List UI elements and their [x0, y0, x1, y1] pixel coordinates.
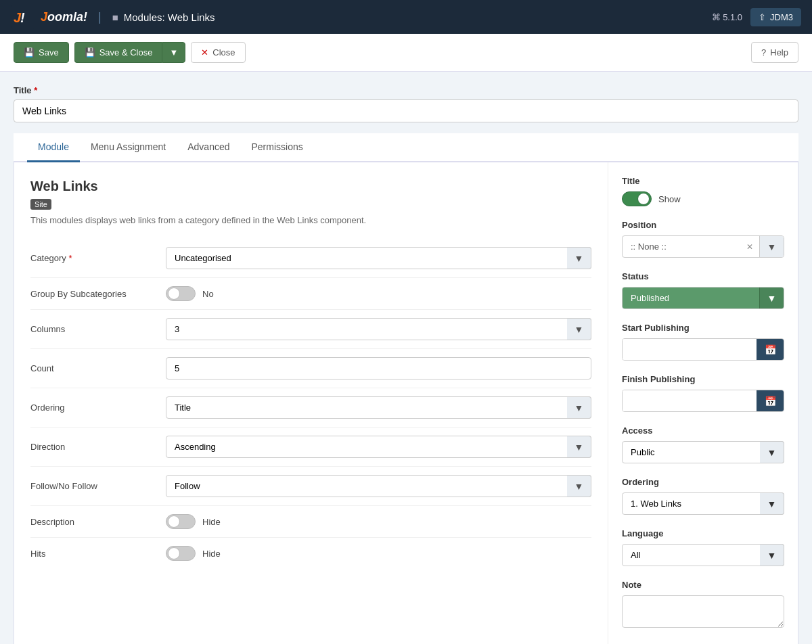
save-close-label: Save & Close: [99, 47, 153, 58]
direction-label: Direction: [30, 442, 166, 452]
save-button[interactable]: 💾 Save: [14, 42, 69, 63]
category-select-wrapper: Uncategorised ▼: [166, 247, 591, 269]
start-publishing-input[interactable]: [623, 339, 757, 360]
toggle-thumb: [168, 547, 180, 559]
sidebar-language-label: Language: [622, 528, 784, 538]
page-title: ■ Modules: Web Links: [112, 12, 215, 23]
description-toggle-wrapper: Hide: [166, 514, 591, 529]
nav-divider: |: [98, 10, 102, 24]
language-select[interactable]: All: [622, 544, 784, 566]
group-by-toggle[interactable]: [166, 286, 196, 301]
title-show-toggle[interactable]: [622, 191, 652, 206]
sidebar-ordering-field: Ordering 1. Web Links ▼: [622, 477, 784, 515]
hits-toggle-wrapper: Hide: [166, 546, 591, 561]
toolbar: 💾 Save 💾 Save & Close ▼ ✕ Close ? Help: [0, 34, 812, 72]
finish-publishing-wrapper: 📅: [622, 390, 784, 412]
description-row: Description Hide: [30, 506, 591, 538]
status-dropdown: Published ▼: [622, 287, 784, 309]
tab-permissions[interactable]: Permissions: [241, 133, 314, 162]
help-label: Help: [770, 47, 788, 58]
position-chevron-icon[interactable]: ▼: [759, 236, 784, 257]
user-name: JDM3: [770, 12, 793, 22]
toolbar-right: ? Help: [751, 42, 798, 63]
category-select[interactable]: Uncategorised: [166, 247, 591, 269]
module-description: This modules displays web links from a c…: [30, 215, 591, 225]
follow-no-follow-row: Follow/No Follow Follow No Follow ▼: [30, 467, 591, 506]
position-clear-button[interactable]: ✕: [740, 236, 759, 257]
user-button[interactable]: ⇧ JDM3: [750, 8, 801, 26]
toggle-thumb: [168, 288, 180, 300]
joomla-icon: J !: [11, 5, 35, 29]
required-marker: *: [34, 85, 37, 95]
position-wrapper: :: None :: ✕ ▼: [622, 235, 784, 258]
close-button[interactable]: ✕ Close: [191, 42, 245, 63]
follow-no-follow-label: Follow/No Follow: [30, 481, 166, 491]
direction-select[interactable]: Ascending Descending: [166, 436, 591, 458]
direction-row: Direction Ascending Descending ▼: [30, 428, 591, 467]
help-button[interactable]: ? Help: [751, 42, 798, 63]
tab-menu-assignment[interactable]: Menu Assignment: [80, 133, 177, 162]
sidebar-title-field: Title Show: [622, 176, 784, 206]
start-publishing-wrapper: 📅: [622, 338, 784, 361]
ordering-select-wrapper: Title ▼: [166, 396, 591, 419]
count-input[interactable]: [166, 357, 591, 380]
module-icon: ■: [112, 12, 118, 23]
tab-module[interactable]: Module: [27, 133, 80, 162]
direction-select-wrapper: Ascending Descending ▼: [166, 436, 591, 458]
save-icon: 💾: [24, 47, 35, 58]
group-by-toggle-label: No: [202, 289, 214, 299]
navbar: J ! Joomla! | ■ Modules: Web Links ⌘ 5.1…: [0, 0, 812, 34]
hits-toggle[interactable]: [166, 546, 196, 561]
columns-select[interactable]: 3 1 2 4: [166, 318, 591, 340]
columns-row: Columns 3 1 2 4 ▼: [30, 310, 591, 349]
access-select[interactable]: Public Registered Special: [622, 441, 784, 463]
save-close-button[interactable]: 💾 Save & Close: [74, 42, 162, 63]
sidebar-status-field: Status Published ▼: [622, 271, 784, 309]
start-publishing-calendar-button[interactable]: 📅: [757, 339, 784, 360]
finish-publishing-calendar-button[interactable]: 📅: [757, 390, 784, 411]
follow-select[interactable]: Follow No Follow: [166, 475, 591, 497]
sidebar-access-field: Access Public Registered Special ▼: [622, 426, 784, 463]
finish-publishing-input[interactable]: [623, 390, 757, 411]
hits-label: Hits: [30, 549, 166, 559]
ordering-select[interactable]: Title: [166, 396, 591, 419]
hits-value: Hide: [166, 546, 591, 561]
follow-no-follow-value: Follow No Follow ▼: [166, 475, 591, 497]
sidebar-note-field: Note: [622, 580, 784, 630]
status-value: Published: [623, 288, 759, 308]
save-dropdown-button[interactable]: ▼: [162, 42, 185, 63]
columns-label: Columns: [30, 324, 166, 334]
status-arrow-button[interactable]: ▼: [759, 288, 784, 308]
close-label: Close: [212, 47, 235, 58]
ordering-label: Ordering: [30, 402, 166, 413]
title-input[interactable]: [14, 99, 798, 122]
description-value: Hide: [166, 514, 591, 529]
category-row: Category * Uncategorised ▼: [30, 239, 591, 278]
description-toggle[interactable]: [166, 514, 196, 529]
sidebar-start-publishing-label: Start Publishing: [622, 323, 784, 333]
panel-right: Title Show Position :: None :: ✕ ▼: [608, 162, 798, 644]
sidebar-ordering-select[interactable]: 1. Web Links: [622, 492, 784, 515]
note-textarea[interactable]: [622, 595, 784, 628]
sidebar-position-field: Position :: None :: ✕ ▼: [622, 220, 784, 258]
tabs-bar: Module Menu Assignment Advanced Permissi…: [14, 133, 798, 162]
close-icon: ✕: [201, 47, 208, 58]
follow-select-wrapper: Follow No Follow ▼: [166, 475, 591, 497]
version-label: ⌘ 5.1.0: [712, 12, 743, 22]
svg-text:!: !: [20, 10, 25, 25]
tab-advanced[interactable]: Advanced: [177, 133, 240, 162]
module-panel-title: Web Links: [30, 179, 591, 194]
title-show-label: Show: [658, 194, 681, 204]
sidebar-status-label: Status: [622, 271, 784, 281]
hits-row: Hits Hide: [30, 538, 591, 569]
sidebar-finish-publishing-label: Finish Publishing: [622, 374, 784, 384]
toggle-thumb: [168, 515, 180, 528]
calendar-icon: 📅: [765, 396, 776, 407]
navbar-right: ⌘ 5.1.0 ⇧ JDM3: [712, 8, 801, 26]
columns-value: 3 1 2 4 ▼: [166, 318, 591, 340]
count-row: Count: [30, 349, 591, 388]
save-close-icon: 💾: [85, 47, 95, 58]
navbar-left: J ! Joomla! | ■ Modules: Web Links: [11, 5, 215, 29]
group-by-toggle-wrapper: No: [166, 286, 591, 301]
category-value: Uncategorised ▼: [166, 247, 591, 269]
